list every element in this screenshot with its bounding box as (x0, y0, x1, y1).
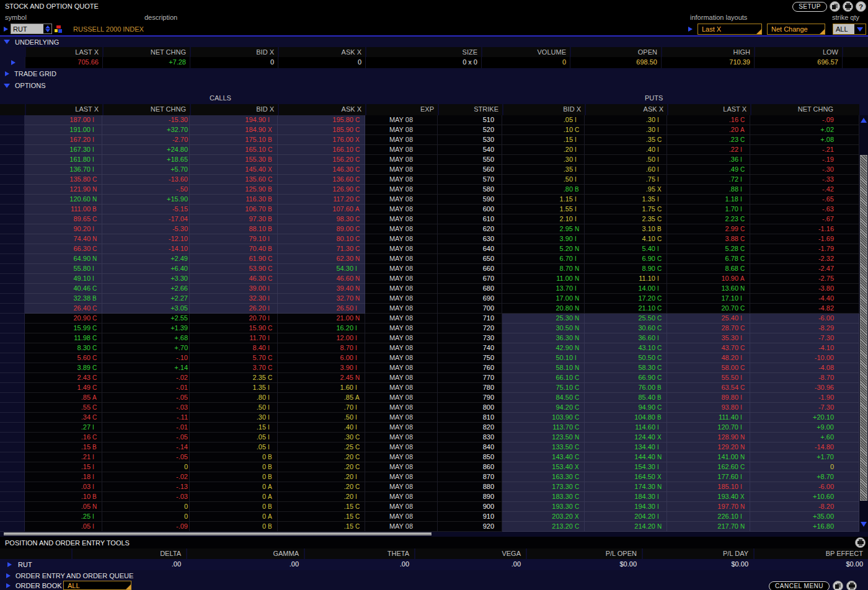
strike-cell[interactable]: 810 (438, 413, 502, 423)
call-netchng-cell[interactable]: -12.10 (102, 234, 190, 244)
put-ask-header[interactable]: ASK X (585, 104, 667, 115)
put-last-cell[interactable]: 177.60I (667, 472, 750, 482)
option-chain-row[interactable]: 89.65C -17.04 97.30B 98.30C MAY 08 610 2… (0, 214, 859, 224)
option-chain-row[interactable]: 135.80C -13.60 135.60C 136.60C MAY 08 57… (0, 175, 859, 185)
call-last-cell[interactable]: .05N (25, 502, 102, 512)
call-last-cell[interactable]: .34C (25, 413, 102, 423)
put-bid-cell[interactable]: 1.15I (502, 195, 585, 205)
call-bid-cell[interactable]: 145.40X (190, 165, 278, 175)
expiration-cell[interactable]: MAY 08 (365, 195, 438, 205)
order-book-section-bar[interactable]: ORDER BOOK ALL (0, 581, 868, 590)
put-ask-cell[interactable]: 3.10B (585, 224, 667, 234)
strike-cell[interactable]: 770 (438, 373, 502, 383)
expiration-cell[interactable]: MAY 08 (365, 135, 438, 145)
call-last-cell[interactable]: 55.80I (25, 264, 102, 274)
put-last-cell[interactable]: .16C (667, 115, 750, 125)
call-bid-cell[interactable]: 0B (190, 522, 278, 532)
call-bid-cell[interactable]: 5.70C (190, 353, 278, 363)
put-ask-cell[interactable]: .95X (585, 185, 667, 195)
put-bid-cell[interactable]: 2.10I (502, 214, 585, 224)
put-last-cell[interactable]: .72I (667, 175, 750, 185)
put-ask-cell[interactable]: .60I (585, 165, 667, 175)
call-netchng-cell[interactable]: -.50 (102, 185, 190, 195)
strike-cell[interactable]: 910 (438, 512, 502, 522)
call-netchng-cell[interactable]: +.14 (102, 363, 190, 373)
call-bid-cell[interactable]: 2.35C (190, 373, 278, 383)
put-bid-cell[interactable]: 75.10C (502, 383, 585, 393)
print-icon[interactable] (855, 537, 866, 548)
strike-cell[interactable]: 690 (438, 294, 502, 304)
call-ask-header[interactable]: ASK X (278, 104, 365, 115)
call-ask-cell[interactable]: 80.10C (278, 234, 365, 244)
strike-qty-dropdown[interactable]: ALL (833, 24, 866, 35)
put-bid-cell[interactable]: 183.30C (502, 492, 585, 502)
call-bid-cell[interactable]: 20.70I (190, 314, 278, 324)
expiration-cell[interactable]: MAY 08 (365, 393, 438, 403)
call-netchng-cell[interactable]: +3.05 (102, 304, 190, 314)
put-bid-cell[interactable]: 58.10N (502, 363, 585, 373)
put-ask-cell[interactable]: 104.80B (585, 413, 667, 423)
call-ask-cell[interactable]: 126.90C (278, 185, 365, 195)
expiration-cell[interactable]: MAY 08 (365, 185, 438, 195)
call-ask-cell[interactable]: 156.20C (278, 155, 365, 165)
expiration-cell[interactable]: MAY 08 (365, 442, 438, 452)
option-chain-row[interactable]: 2.43C -.02 2.35C 2.45N MAY 08 770 66.10C… (0, 373, 859, 383)
expiration-cell[interactable]: MAY 08 (365, 462, 438, 472)
put-last-cell[interactable]: 217.70N (667, 522, 750, 532)
strike-cell[interactable]: 870 (438, 472, 502, 482)
call-bid-cell[interactable]: 1.35I (190, 383, 278, 393)
strike-cell[interactable]: 830 (438, 433, 502, 442)
call-netchng-cell[interactable]: +1.39 (102, 324, 190, 333)
expand-icon[interactable] (5, 71, 9, 76)
option-chain-row[interactable]: .03I -.13 0A .20C MAY 08 880 173.30C 174… (0, 482, 859, 492)
put-ask-cell[interactable]: 43.10C (585, 343, 667, 353)
expiration-cell[interactable]: MAY 08 (365, 155, 438, 165)
call-ask-cell[interactable]: 176.00X (278, 135, 365, 145)
expiration-cell[interactable]: MAY 08 (365, 413, 438, 423)
call-last-cell[interactable]: 167.20I (25, 135, 102, 145)
put-netchng-cell[interactable]: -4.08 (750, 363, 859, 373)
call-last-cell[interactable]: 64.90N (25, 254, 102, 264)
strike-cell[interactable]: 920 (438, 522, 502, 532)
expiration-cell[interactable]: MAY 08 (365, 224, 438, 234)
spinner-up-icon[interactable] (45, 25, 50, 29)
call-ask-cell[interactable]: 26.50I (278, 304, 365, 314)
call-bid-cell[interactable]: .05I (190, 433, 278, 442)
put-ask-cell[interactable]: .30I (585, 115, 667, 125)
expiration-cell[interactable]: MAY 08 (365, 175, 438, 185)
expiration-cell[interactable]: MAY 08 (365, 353, 438, 363)
call-netchng-cell[interactable]: -.02 (102, 373, 190, 383)
put-ask-cell[interactable]: 1.35I (585, 195, 667, 205)
call-bid-cell[interactable]: 0A (190, 482, 278, 492)
put-netchng-cell[interactable]: -8.29 (750, 324, 859, 333)
call-bid-cell[interactable]: 0B (190, 462, 278, 472)
call-last-cell[interactable]: .21I (25, 452, 102, 462)
put-last-cell[interactable]: 5.28C (667, 244, 750, 254)
call-netchng-cell[interactable]: -.05 (102, 452, 190, 462)
put-ask-cell[interactable]: 58.30C (585, 363, 667, 373)
put-last-cell[interactable]: 28.70C (667, 324, 750, 333)
call-netchng-cell[interactable]: -.11 (102, 413, 190, 423)
expand-icon[interactable] (6, 573, 11, 578)
call-ask-cell[interactable]: .40I (278, 423, 365, 433)
call-netchng-cell[interactable]: -5.15 (102, 205, 190, 214)
row-marker[interactable] (7, 562, 12, 567)
put-ask-cell[interactable]: 6.90C (585, 254, 667, 264)
call-netchng-header[interactable]: NET CHNG (102, 104, 190, 115)
put-netchng-cell[interactable]: +1.70 (750, 452, 859, 462)
spinner-down-icon[interactable] (45, 29, 50, 32)
put-netchng-cell[interactable]: +20.10 (750, 413, 859, 423)
put-ask-cell[interactable]: 94.90C (585, 403, 667, 413)
call-netchng-cell[interactable]: -.13 (102, 482, 190, 492)
expand-icon[interactable] (6, 583, 11, 588)
options-section-bar[interactable]: OPTIONS Single Composite (0, 79, 868, 92)
put-bid-cell[interactable]: 17.00N (502, 294, 585, 304)
put-bid-cell[interactable]: 133.50C (502, 442, 585, 452)
strike-cell[interactable]: 580 (438, 185, 502, 195)
put-netchng-cell[interactable]: +.60 (750, 433, 859, 442)
put-last-cell[interactable]: 35.30I (667, 333, 750, 343)
call-bid-cell[interactable]: 79.10I (190, 234, 278, 244)
put-netchng-cell[interactable]: -.63 (750, 205, 859, 214)
put-last-cell[interactable]: 197.70N (667, 502, 750, 512)
put-ask-cell[interactable]: 204.20I (585, 512, 667, 522)
